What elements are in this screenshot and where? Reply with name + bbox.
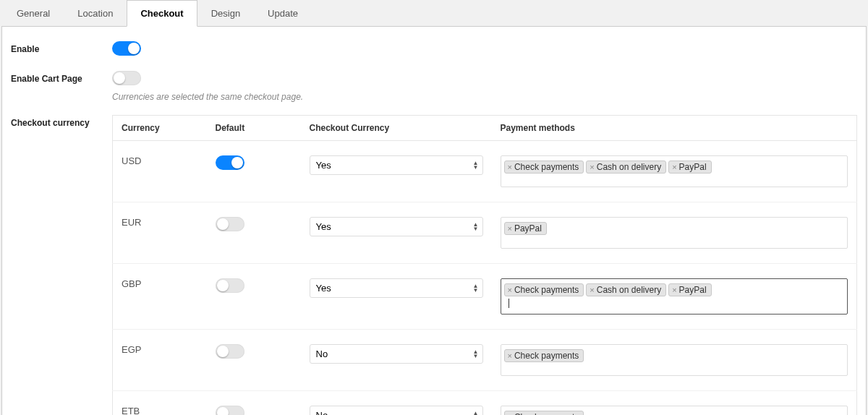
default-cell — [207, 391, 301, 416]
payment-methods-input[interactable]: ×Check payments — [501, 406, 848, 415]
checkout-select[interactable]: Yes — [310, 217, 483, 236]
table-row: EURYes▲▼×PayPal — [113, 202, 857, 264]
payment-cell: ×PayPal — [492, 202, 857, 264]
tab-general[interactable]: General — [3, 0, 64, 27]
tab-design[interactable]: Design — [197, 0, 254, 27]
remove-tag-icon[interactable]: × — [508, 351, 512, 360]
default-toggle[interactable] — [216, 278, 244, 293]
table-row: EGPNo▲▼×Check payments — [113, 330, 857, 391]
currency-code: EUR — [113, 202, 207, 264]
checkout-currency-label: Checkout currency — [11, 115, 112, 128]
default-toggle[interactable] — [216, 155, 244, 170]
th-payment: Payment methods — [492, 116, 857, 141]
table-row: GBPYes▲▼×Check payments×Cash on delivery… — [113, 264, 857, 330]
table-row: USDYes▲▼×Check payments×Cash on delivery… — [113, 141, 857, 202]
payment-tag-label: Check payments — [514, 285, 579, 295]
payment-tag[interactable]: ×Check payments — [504, 161, 584, 174]
checkout-select[interactable]: No — [310, 344, 483, 364]
th-checkout: Checkout Currency — [301, 116, 492, 141]
currency-code: ETB — [113, 391, 207, 416]
payment-cell: ×Check payments — [492, 391, 857, 416]
currency-code: USD — [113, 141, 207, 202]
remove-tag-icon[interactable]: × — [508, 163, 512, 171]
payment-tag[interactable]: ×Cash on delivery — [586, 283, 666, 296]
table-row: ETBNo▲▼×Check payments — [113, 391, 857, 416]
currency-code: GBP — [113, 264, 207, 330]
default-toggle[interactable] — [216, 344, 244, 359]
remove-tag-icon[interactable]: × — [508, 286, 512, 294]
payment-tag-label: PayPal — [679, 285, 707, 295]
default-cell — [207, 264, 301, 330]
default-toggle[interactable] — [216, 217, 244, 231]
checkout-cell: No▲▼ — [301, 330, 492, 391]
payment-tag[interactable]: ×Check payments — [504, 349, 584, 362]
currency-code: EGP — [113, 330, 207, 391]
default-cell — [207, 141, 301, 202]
tab-checkout[interactable]: Checkout — [127, 0, 197, 27]
default-cell — [207, 202, 301, 264]
remove-tag-icon[interactable]: × — [672, 163, 676, 171]
payment-tag-label: Cash on delivery — [597, 285, 661, 295]
payment-tag-label: PayPal — [514, 223, 542, 234]
payment-methods-input[interactable]: ×PayPal — [501, 217, 848, 249]
default-toggle[interactable] — [216, 406, 244, 415]
remove-tag-icon[interactable]: × — [590, 286, 594, 294]
checkout-cell: Yes▲▼ — [301, 141, 492, 202]
currency-table: Currency Default Checkout Currency Payme… — [112, 115, 857, 415]
remove-tag-icon[interactable]: × — [508, 224, 512, 233]
payment-tag[interactable]: ×PayPal — [668, 283, 711, 296]
tab-location[interactable]: Location — [64, 0, 127, 27]
payment-tag[interactable]: ×Cash on delivery — [586, 161, 666, 174]
payment-tag-label: Cash on delivery — [597, 162, 661, 172]
payment-tag-label: Check payments — [514, 412, 579, 415]
checkout-cell: Yes▲▼ — [301, 264, 492, 330]
checkout-select[interactable]: Yes — [310, 155, 483, 175]
remove-tag-icon[interactable]: × — [590, 163, 594, 171]
payment-tag[interactable]: ×Check payments — [504, 283, 584, 296]
payment-tag-label: Check payments — [514, 162, 579, 172]
tab-update[interactable]: Update — [254, 0, 312, 27]
checkout-cell: Yes▲▼ — [301, 202, 492, 264]
enable-label: Enable — [11, 41, 112, 54]
checkout-panel: Enable Enable Cart Page Currencies are s… — [1, 27, 867, 415]
payment-cell: ×Check payments — [492, 330, 857, 391]
settings-tabs: GeneralLocationCheckoutDesignUpdate — [1, 0, 867, 27]
payment-methods-input[interactable]: ×Check payments×Cash on delivery×PayPal — [501, 155, 848, 187]
default-cell — [207, 330, 301, 391]
payment-cell: ×Check payments×Cash on delivery×PayPal — [492, 264, 857, 330]
payment-tag[interactable]: ×PayPal — [504, 222, 547, 235]
checkout-select[interactable]: Yes — [310, 278, 483, 298]
remove-tag-icon[interactable]: × — [672, 286, 676, 294]
th-currency: Currency — [113, 116, 207, 141]
payment-cell: ×Check payments×Cash on delivery×PayPal — [492, 141, 857, 202]
payment-methods-input[interactable]: ×Check payments — [501, 344, 848, 376]
enable-cart-hint: Currencies are selected the same checkou… — [112, 92, 857, 102]
checkout-cell: No▲▼ — [301, 391, 492, 416]
enable-toggle[interactable] — [112, 41, 141, 56]
enable-cart-label: Enable Cart Page — [11, 71, 112, 84]
payment-tag-label: Check payments — [514, 351, 579, 361]
payment-tag[interactable]: ×Check payments — [504, 411, 584, 415]
checkout-select[interactable]: No — [310, 406, 483, 415]
payment-tag[interactable]: ×PayPal — [668, 161, 711, 174]
th-default: Default — [207, 116, 301, 141]
payment-methods-input[interactable]: ×Check payments×Cash on delivery×PayPal — [501, 278, 848, 315]
enable-cart-toggle[interactable] — [112, 71, 141, 85]
payment-tag-label: PayPal — [679, 162, 707, 172]
